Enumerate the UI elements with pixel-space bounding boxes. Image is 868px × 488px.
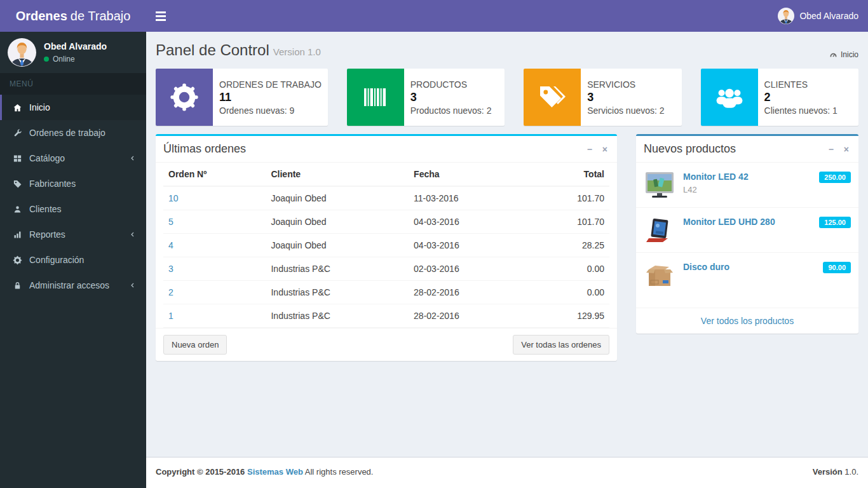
order-number-link[interactable]: 1: [168, 311, 173, 321]
hamburger-icon: [156, 11, 166, 13]
order-date: 28-02-2016: [409, 281, 534, 304]
order-total: 101.70: [534, 210, 609, 234]
sidebar-item-cat-logo[interactable]: Catálogo: [0, 146, 146, 171]
sidebar-menu: InicioOrdenes de trabajoCatálogoFabrican…: [0, 95, 146, 298]
chevron-left-icon: [129, 154, 137, 162]
user-avatar: [8, 38, 36, 67]
app-window: Ordenes de Trabajo Obed Alvarado: [0, 0, 868, 488]
order-number-link[interactable]: 5: [168, 217, 173, 227]
tag-icon: [11, 179, 23, 189]
info-box-value: 3: [410, 91, 492, 104]
order-row: 5Joaquin Obed04-03-2016101.70: [163, 210, 609, 234]
info-box-value: 2: [764, 91, 837, 104]
navbar-user-menu[interactable]: Obed Alvarado: [768, 0, 868, 32]
sidebar-user-name: Obed Alvarado: [44, 41, 107, 51]
products-panel-header: Nuevos productos − ×: [636, 136, 858, 163]
order-total: 101.70: [534, 186, 609, 210]
close-icon[interactable]: ×: [842, 144, 851, 155]
info-box-label: CLIENTES: [764, 79, 837, 90]
brand-bold: Ordenes: [16, 9, 67, 24]
info-box-description: Productos nuevos: 2: [410, 105, 492, 116]
info-box-productos: PRODUCTOS3Productos nuevos: 2: [347, 69, 505, 126]
order-date: 04-03-2016: [409, 234, 534, 257]
grid-icon: [11, 153, 23, 163]
sidebar-item-clientes[interactable]: Clientes: [0, 196, 146, 222]
order-row: 2Industrias P&C28-02-20160.00: [163, 281, 609, 304]
sidebar-item-inicio[interactable]: Inicio: [0, 95, 146, 120]
orders-column-header: Fecha: [409, 163, 534, 186]
order-client: Industrias P&C: [266, 257, 409, 281]
view-all-products-link[interactable]: Ver todos los productos: [701, 316, 794, 326]
close-icon[interactable]: ×: [600, 144, 609, 155]
sidebar-item-label: Clientes: [29, 204, 62, 214]
dashboard-icon: [829, 51, 837, 59]
company-link[interactable]: Sistemas Web: [247, 467, 303, 477]
product-item: Monitor LED 42L42250.00: [636, 163, 858, 208]
order-number-link[interactable]: 3: [168, 264, 173, 274]
lock-icon: [11, 280, 23, 290]
product-image: [644, 214, 675, 246]
order-date: 04-03-2016: [409, 210, 534, 234]
product-name-link[interactable]: Disco duro: [683, 262, 729, 272]
sidebar-menu-header: MENÚ: [0, 73, 146, 95]
sidebar-toggle-button[interactable]: [146, 0, 175, 32]
order-client: Joaquin Obed: [266, 186, 409, 210]
product-name-link[interactable]: Monitor LED UHD 280: [683, 217, 775, 227]
product-price-badge: 250.00: [819, 172, 851, 183]
info-box-label: ORDENES DE TRABAJO: [219, 79, 322, 90]
sidebar-item-ordenes-de-trabajo[interactable]: Ordenes de trabajo: [0, 120, 146, 146]
sidebar-item-label: Inicio: [29, 102, 50, 112]
order-client: Joaquin Obed: [266, 234, 409, 257]
products-list: Monitor LED 42L42250.00Monitor LED UHD 2…: [636, 163, 858, 308]
content-header: Panel de ControlVersion 1.0 Inicio: [146, 32, 868, 69]
content-area: Panel de ControlVersion 1.0 Inicio ORDEN…: [146, 32, 868, 457]
product-subtitle: L42: [683, 185, 749, 194]
order-date: 28-02-2016: [409, 304, 534, 328]
new-products-panel: Nuevos productos − × Monitor LED 42L4225…: [636, 134, 858, 334]
new-order-button[interactable]: Nueva orden: [163, 335, 227, 355]
sidebar: Obed Alvarado Online MENÚ InicioOrdenes …: [0, 32, 146, 488]
orders-panel-header: Últimas ordenes − ×: [156, 136, 617, 163]
view-all-orders-button[interactable]: Ver todas las ordenes: [513, 335, 609, 355]
sidebar-item-label: Reportes: [29, 229, 65, 240]
sidebar-item-reportes[interactable]: Reportes: [0, 222, 146, 247]
sidebar-user-status: Online: [44, 55, 107, 64]
brand-rest: de Trabajo: [71, 9, 131, 24]
brand-logo[interactable]: Ordenes de Trabajo: [0, 0, 146, 32]
order-total: 0.00: [534, 257, 609, 281]
info-box-description: Ordenes nuevas: 9: [219, 105, 322, 116]
product-item: Monitor LED UHD 280125.00: [636, 208, 858, 253]
order-number-link[interactable]: 2: [168, 287, 173, 297]
product-image: [644, 259, 675, 291]
copyright-text: Copyright © 2015-2016 Sistemas Web All r…: [156, 467, 373, 478]
home-icon: [11, 102, 23, 112]
info-box-value: 11: [219, 91, 322, 104]
collapse-icon[interactable]: −: [585, 144, 594, 155]
gear-icon: [156, 69, 213, 126]
orders-table: Orden NºClienteFechaTotal 10Joaquin Obed…: [163, 163, 609, 328]
sidebar-item-label: Catálogo: [29, 153, 65, 163]
order-number-link[interactable]: 4: [168, 240, 173, 250]
product-name-link[interactable]: Monitor LED 42: [683, 172, 749, 182]
orders-panel-footer: Nueva orden Ver todas las ordenes: [156, 328, 617, 361]
order-date: 02-03-2016: [409, 257, 534, 281]
sidebar-item-configuraci-n[interactable]: Configuración: [0, 247, 146, 273]
product-item: Disco duro90.00: [636, 253, 858, 308]
sidebar-item-label: Fabricantes: [29, 179, 76, 189]
sidebar-item-label: Administrar accesos: [29, 280, 109, 290]
sidebar-item-administrar-accesos[interactable]: Administrar accesos: [0, 273, 146, 298]
info-box-description: Clientes nuevos: 1: [764, 105, 837, 116]
users-icon: [701, 69, 758, 126]
info-box-label: SERVICIOS: [587, 79, 664, 90]
sidebar-item-fabricantes[interactable]: Fabricantes: [0, 171, 146, 196]
order-number-link[interactable]: 10: [168, 193, 179, 203]
breadcrumb[interactable]: Inicio: [829, 50, 858, 59]
products-panel-title: Nuevos productos: [644, 142, 736, 156]
info-box-label: PRODUCTOS: [410, 79, 492, 90]
order-client: Industrias P&C: [266, 281, 409, 304]
page-title: Panel de ControlVersion 1.0: [156, 41, 321, 59]
page-footer: Copyright © 2015-2016 Sistemas Web All r…: [146, 457, 868, 488]
user-icon: [11, 204, 23, 214]
collapse-icon[interactable]: −: [827, 144, 836, 155]
top-navbar: Ordenes de Trabajo Obed Alvarado: [0, 0, 868, 32]
